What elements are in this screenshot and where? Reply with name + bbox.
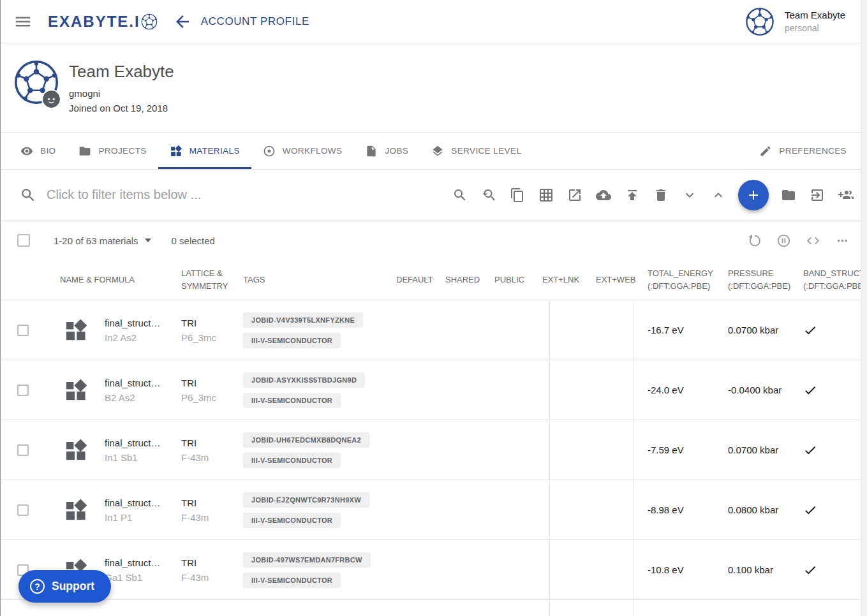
material-formula: In1 P1: [105, 512, 177, 523]
filter-toolbar: [1, 170, 867, 221]
tag-chip: JOBID-UH67EDCMXB8DQNEA2: [243, 432, 369, 448]
row-checkbox[interactable]: [17, 325, 29, 336]
tab-projects[interactable]: PROJECTS: [67, 133, 158, 169]
material-name[interactable]: final_struct…: [105, 318, 177, 328]
column-header-tags[interactable]: TAGS: [243, 274, 265, 286]
material-name[interactable]: final_struct…: [105, 557, 177, 568]
tag-chip: JOBID-EJZQNWTC9R73NH9XW: [243, 492, 369, 508]
material-name[interactable]: final_struct…: [105, 497, 177, 508]
column-header-public[interactable]: PUBLIC: [494, 274, 524, 286]
collapse-up-button[interactable]: [706, 183, 730, 207]
table-row: final_struct… Ga1 Sb1 TRI F-43m JOBID-49…: [1, 540, 867, 600]
row-checkbox[interactable]: [17, 444, 29, 456]
cloud-upload-button[interactable]: [591, 183, 616, 207]
tab-bio[interactable]: BIO: [9, 133, 67, 169]
grid-view-button[interactable]: [534, 183, 558, 207]
column-header-default[interactable]: DEFAULT: [396, 274, 433, 286]
profile-name: Team Exabyte: [69, 62, 174, 82]
account-avatar: [745, 7, 774, 36]
column-header-band-structure[interactable]: BAND_STRUCTURE(:DFT:GGA:PBE): [803, 267, 867, 293]
lattice-symmetry-cell: TRI F-43m: [181, 480, 242, 539]
material-formula: Ga1 Sb1: [105, 572, 177, 583]
search-icon: [20, 187, 36, 203]
delete-button[interactable]: [649, 183, 673, 207]
row-checkbox[interactable]: [17, 385, 29, 396]
vertical-scrollbar[interactable]: [861, 0, 867, 616]
pressure-value: -0.0400 kbar: [728, 360, 801, 420]
column-divider: [549, 300, 550, 616]
tab-service-level[interactable]: SERVICE LEVEL: [420, 133, 533, 169]
preferences-label: PREFERENCES: [779, 146, 847, 156]
exabyte-logo[interactable]: EXABYTE.I: [48, 13, 158, 31]
collapse-down-button[interactable]: [678, 183, 702, 207]
symmetry-group: F-43m: [181, 512, 242, 523]
pressure-value: 0.100 kbar: [728, 540, 801, 599]
back-button[interactable]: [173, 12, 192, 31]
account-switcher[interactable]: Team Exabyte personal: [745, 7, 845, 36]
folder-button[interactable]: [776, 183, 801, 207]
band-structure-check-icon: [803, 323, 817, 337]
name-formula-cell: final_struct… Ga1 Sb1: [105, 540, 177, 599]
import-button[interactable]: [805, 183, 829, 207]
pause-button[interactable]: [775, 232, 792, 249]
symmetry-group: P6_3mc: [181, 392, 242, 403]
tab-label: JOBS: [385, 146, 408, 156]
band-structure-check-icon: [803, 383, 817, 397]
copy-icon: [510, 187, 525, 203]
table-row: final_struct… B2 As2 TRI P6_3mc JOBID-AS…: [1, 360, 867, 420]
materials-range-label: 1-20 of 63 materials: [54, 235, 138, 246]
column-header-lattice[interactable]: LATTICE &SYMMETRY: [181, 267, 228, 293]
undo-button[interactable]: [746, 232, 762, 249]
tab-workflows[interactable]: WORKFLOWS: [251, 133, 354, 169]
add-people-button[interactable]: [834, 183, 858, 207]
column-header-ext-web[interactable]: EXT+WEB: [596, 274, 636, 286]
code-icon: [806, 233, 820, 248]
material-icon: [64, 318, 88, 342]
column-header-shared[interactable]: SHARED: [445, 274, 480, 286]
tab-label: MATERIALS: [189, 146, 240, 156]
symmetry-group: P6_3mc: [181, 332, 242, 343]
face-badge-icon: [41, 89, 61, 109]
search-again-button[interactable]: [477, 183, 501, 207]
preferences-button[interactable]: PREFERENCES: [748, 133, 858, 169]
target-icon: [263, 145, 276, 158]
layers-icon: [431, 145, 444, 158]
import-icon: [810, 187, 825, 203]
table-row: JOBID-XUMNGDG3Q9LETPQH9: [1, 600, 867, 616]
materials-table-body: final_struct… In2 As2 TRI P6_3mc JOBID-V…: [1, 300, 867, 616]
column-header-pressure[interactable]: PRESSURE(:DFT:GGA:PBE): [728, 267, 790, 293]
tab-jobs[interactable]: JOBS: [353, 133, 420, 169]
materials-count-dropdown[interactable]: 1-20 of 63 materials: [54, 235, 151, 246]
material-name[interactable]: final_struct…: [105, 378, 177, 388]
add-material-button[interactable]: [738, 180, 769, 210]
profile-tabs: BIO PROJECTS MATERIALS WORKFLOWS JOBS SE…: [1, 133, 867, 170]
tab-label: BIO: [40, 146, 56, 156]
code-view-button[interactable]: [804, 232, 821, 249]
band-structure-check-icon: [803, 563, 817, 577]
lattice-type: TRI: [181, 318, 242, 328]
document-icon: [365, 145, 378, 158]
support-button[interactable]: ? Support: [19, 570, 111, 603]
material-name[interactable]: final_struct…: [105, 437, 177, 448]
hamburger-menu-button[interactable]: [13, 12, 33, 31]
row-checkbox[interactable]: [17, 504, 29, 516]
open-in-new-button[interactable]: [563, 183, 587, 207]
grid-icon: [538, 187, 554, 203]
search-button[interactable]: [448, 183, 472, 207]
copy-button[interactable]: [505, 183, 530, 207]
band-structure-check-icon: [803, 443, 817, 457]
upload-button[interactable]: [620, 183, 644, 207]
filter-input[interactable]: [47, 187, 448, 202]
tag-chip: JOBID-497WS7EMDAN7FRBCW: [243, 552, 371, 568]
tags-cell: JOBID-UH67EDCMXB8DQNEA2III-V-SEMICONDUCT…: [243, 420, 369, 480]
column-header-ext-lnk[interactable]: EXT+LNK: [542, 274, 579, 286]
more-options-button[interactable]: [834, 232, 850, 249]
select-all-checkbox[interactable]: [17, 234, 30, 247]
column-header-name[interactable]: NAME & FORMULA: [60, 274, 135, 286]
tab-materials[interactable]: MATERIALS: [158, 133, 251, 169]
column-header-total-energy[interactable]: TOTAL_ENERGY(:DFT:GGA:PBE): [648, 267, 713, 293]
lattice-symmetry-cell: TRI P6_3mc: [181, 300, 242, 360]
upload-icon: [625, 187, 640, 203]
tab-label: WORKFLOWS: [283, 146, 343, 156]
support-label: Support: [52, 580, 94, 593]
